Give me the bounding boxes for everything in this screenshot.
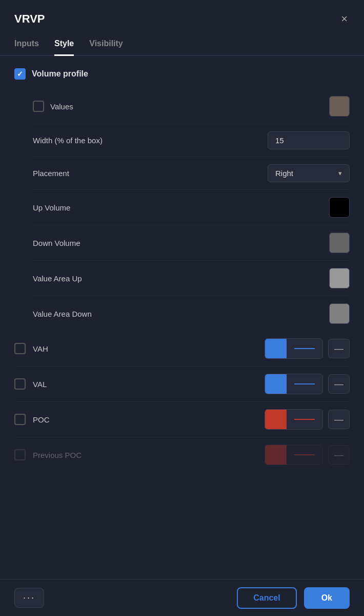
vah-checkbox[interactable] <box>14 343 26 354</box>
value-area-up-label: Value Area Up <box>33 274 82 283</box>
vah-color-swatch <box>265 339 287 358</box>
previous-poc-label: Previous POC <box>33 451 82 459</box>
values-label: Values <box>50 102 73 111</box>
poc-style-icon: — <box>334 414 343 425</box>
value-area-down-label: Value Area Down <box>33 310 92 318</box>
val-color-swatch <box>265 374 287 394</box>
down-volume-row: Down Volume <box>33 225 350 261</box>
tab-style[interactable]: Style <box>54 36 74 56</box>
value-area-up-swatch[interactable] <box>329 268 350 288</box>
vah-line-sample <box>287 339 322 358</box>
volume-profile-header: Volume profile <box>14 68 350 80</box>
modal-title: VRVP <box>14 12 45 26</box>
vah-style-box[interactable]: — <box>328 339 350 358</box>
width-row: Width (% of the box) <box>33 124 350 157</box>
up-volume-swatch[interactable] <box>329 197 350 218</box>
val-label: VAL <box>33 380 64 389</box>
previous-poc-style-icon: — <box>334 450 343 460</box>
previous-poc-line-sample <box>287 445 322 465</box>
previous-poc-color-swatch <box>265 445 287 465</box>
poc-color-swatch <box>265 410 287 429</box>
cancel-button[interactable]: Cancel <box>237 587 296 609</box>
placement-dropdown[interactable]: Right ▾ <box>268 164 350 182</box>
chevron-down-icon: ▾ <box>338 169 342 177</box>
val-row: VAL — <box>14 367 350 402</box>
vah-line-color-box[interactable] <box>265 338 323 359</box>
ok-button[interactable]: Ok <box>304 587 350 609</box>
value-area-up-row: Value Area Up <box>33 261 350 296</box>
header: VRVP × <box>0 0 364 32</box>
width-input[interactable] <box>268 131 350 149</box>
more-button[interactable]: ··· <box>14 588 44 608</box>
poc-line-color-box[interactable] <box>265 409 323 430</box>
volume-profile-checkbox[interactable] <box>14 68 26 80</box>
footer: ··· Cancel Ok <box>0 579 364 616</box>
vah-label: VAH <box>33 344 64 353</box>
values-row: Values <box>33 89 350 124</box>
tab-inputs[interactable]: Inputs <box>14 36 39 56</box>
poc-line-sample <box>287 410 322 429</box>
previous-poc-checkbox <box>14 449 26 460</box>
tab-bar: Inputs Style Visibility <box>0 32 364 56</box>
placement-label: Placement <box>33 169 69 178</box>
footer-actions: Cancel Ok <box>237 587 350 609</box>
poc-checkbox[interactable] <box>14 414 26 425</box>
vah-style-icon: — <box>334 343 343 354</box>
val-checkbox[interactable] <box>14 378 26 390</box>
value-area-down-swatch[interactable] <box>329 303 350 324</box>
values-color-swatch[interactable] <box>329 96 350 117</box>
val-line-color-box[interactable] <box>265 374 323 394</box>
close-button[interactable]: × <box>339 11 350 27</box>
poc-label: POC <box>33 415 64 424</box>
value-area-down-row: Value Area Down <box>33 296 350 331</box>
width-label: Width (% of the box) <box>33 136 103 145</box>
content-area: Volume profile Values Width (% of the bo… <box>0 56 364 616</box>
poc-row: POC — <box>14 402 350 437</box>
up-volume-label: Up Volume <box>33 203 70 212</box>
tab-visibility[interactable]: Visibility <box>89 36 123 56</box>
vah-row: VAH — <box>14 331 350 367</box>
val-line-sample <box>287 374 322 394</box>
modal-container: VRVP × Inputs Style Visibility Volume pr… <box>0 0 364 616</box>
val-style-icon: — <box>334 379 343 390</box>
poc-style-box[interactable]: — <box>328 410 350 429</box>
placement-row: Placement Right ▾ <box>33 157 350 190</box>
up-volume-row: Up Volume <box>33 190 350 225</box>
val-style-box[interactable]: — <box>328 374 350 394</box>
volume-profile-label: Volume profile <box>32 69 88 79</box>
previous-poc-line-color-box <box>265 445 323 465</box>
previous-poc-row: Previous POC — <box>14 437 350 472</box>
previous-poc-style-box: — <box>328 445 350 465</box>
volume-profile-sub: Values Width (% of the box) Placement Ri… <box>14 89 350 331</box>
down-volume-swatch[interactable] <box>329 233 350 253</box>
values-checkbox[interactable] <box>33 101 44 112</box>
down-volume-label: Down Volume <box>33 239 80 247</box>
placement-value: Right <box>275 169 293 178</box>
